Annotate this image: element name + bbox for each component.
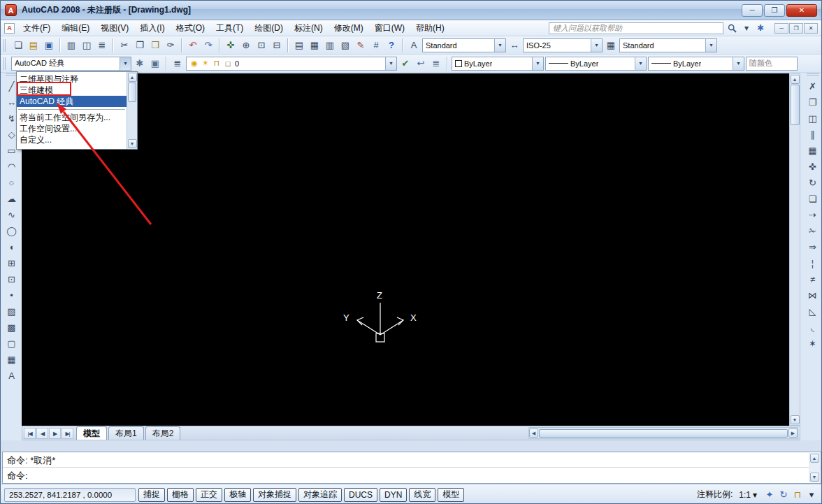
array-icon[interactable]: ▦ [805, 143, 820, 158]
make-object-layer-current-icon[interactable]: ✔ [398, 57, 412, 71]
tab-first-button[interactable]: |◀ [24, 428, 36, 439]
tab-last-button[interactable]: ▶| [62, 428, 73, 439]
zoom-realtime-icon[interactable]: ⊕ [239, 38, 253, 52]
layer-previous-icon[interactable]: ↩ [414, 57, 428, 71]
lineweight-combo-arrow[interactable]: ▼ [733, 57, 744, 70]
scroll-up-button[interactable]: ▲ [791, 75, 800, 84]
menu-insert[interactable]: 插入(I) [134, 20, 170, 36]
ducs-button[interactable]: DUCS [344, 488, 377, 502]
close-button[interactable]: ✕ [786, 4, 817, 17]
arc-icon[interactable]: ◠ [4, 159, 19, 174]
workspace-dropdown-scrollbar[interactable]: ▲ ▼ [127, 72, 137, 149]
text-style-combo[interactable]: Standard ▼ [422, 38, 506, 52]
vertical-scrollbar[interactable]: ▲ ▼ [789, 73, 800, 426]
osnap-button[interactable]: 对象捕捉 [253, 488, 296, 502]
insert-block-icon[interactable]: ⊞ [4, 256, 19, 271]
dyn-button[interactable]: DYN [380, 488, 407, 502]
tool-palettes-icon[interactable]: ▥ [323, 38, 337, 52]
grid-button[interactable]: 栅格 [167, 488, 194, 502]
mdi-restore-button[interactable]: ❐ [789, 23, 803, 34]
horizontal-scroll-thumb[interactable] [539, 429, 788, 438]
command-scroll-up-button[interactable]: ▲ [810, 454, 819, 463]
annotation-visibility-icon[interactable]: ✦ [763, 489, 776, 500]
region-icon[interactable]: ▢ [4, 336, 19, 351]
zoom-previous-icon[interactable]: ⊟ [270, 38, 284, 52]
color-combo[interactable]: ByLayer ▼ [452, 57, 544, 71]
stretch-icon[interactable]: ⇢ [805, 208, 820, 222]
dropdown-scroll-up-button[interactable]: ▲ [128, 73, 137, 82]
table-icon[interactable]: ▦ [4, 352, 19, 367]
linetype-combo[interactable]: ByLayer ▼ [545, 57, 647, 71]
paste-icon[interactable]: ❒ [148, 38, 162, 52]
annotation-autoscale-icon[interactable]: ↻ [777, 489, 790, 500]
dim-style-combo[interactable]: ISO-25 ▼ [523, 38, 603, 52]
pan-icon[interactable]: ✜ [224, 38, 238, 52]
mtext-icon[interactable]: A [4, 368, 19, 383]
offset-icon[interactable]: ∥ [805, 127, 820, 142]
toolbar-lock-icon[interactable]: ⊓ [791, 489, 804, 500]
redo-icon[interactable]: ↷ [201, 38, 215, 52]
revcloud-icon[interactable]: ☁ [4, 192, 19, 206]
workspace-combo-arrow[interactable]: ▼ [120, 57, 131, 70]
layer-combo-arrow[interactable]: ▼ [385, 57, 396, 70]
color-combo-arrow[interactable]: ▼ [532, 57, 543, 70]
join-icon[interactable]: ⋈ [805, 288, 820, 303]
my-workspace-icon[interactable]: ▣ [148, 57, 162, 71]
model-button[interactable]: 模型 [438, 488, 464, 502]
menu-window[interactable]: 窗口(W) [369, 20, 410, 36]
menu-draw[interactable]: 绘图(D) [249, 20, 289, 36]
chamfer-icon[interactable]: ◺ [805, 304, 820, 319]
designcenter-icon[interactable]: ▦ [308, 38, 322, 52]
cut-icon[interactable]: ✂ [117, 38, 131, 52]
tab-layout1[interactable]: 布局1 [108, 426, 144, 440]
table-style-combo-arrow[interactable]: ▼ [705, 39, 716, 52]
snap-button[interactable]: 捕捉 [138, 488, 165, 502]
menu-dimension[interactable]: 标注(N) [289, 20, 329, 36]
toolbar-grip[interactable] [3, 39, 7, 52]
sheet-set-manager-icon[interactable]: ▧ [338, 38, 352, 52]
erase-icon[interactable]: ✗ [805, 79, 820, 94]
move-icon[interactable]: ✜ [805, 159, 820, 174]
horizontal-scrollbar[interactable]: ◀ ▶ [528, 427, 798, 439]
ellipse-arc-icon[interactable]: ◖ [4, 240, 19, 254]
layer-properties-manager-icon[interactable]: ≣ [171, 57, 185, 71]
break-icon[interactable]: ≠ [805, 272, 820, 287]
workspace-settings-icon[interactable]: ✱ [133, 57, 147, 71]
break-at-point-icon[interactable]: ¦ [805, 256, 820, 271]
workspace-item-customize[interactable]: 自定义... [17, 134, 127, 145]
coordinates-display[interactable]: 253.2527, 841.2187 , 0.0000 [4, 488, 136, 502]
otrack-button[interactable]: 对象追踪 [298, 488, 342, 502]
make-block-icon[interactable]: ⊡ [4, 272, 19, 287]
markup-set-manager-icon[interactable]: ✎ [354, 38, 368, 52]
gradient-icon[interactable]: ▩ [4, 320, 19, 335]
command-input-line[interactable]: 命令: [3, 468, 821, 483]
extend-icon[interactable]: ⇒ [805, 240, 820, 254]
copy-object-icon[interactable]: ❐ [805, 95, 820, 110]
mdi-minimize-button[interactable]: ─ [774, 23, 788, 34]
new-icon[interactable]: ❏ [11, 38, 25, 52]
dim-style-combo-arrow[interactable]: ▼ [591, 39, 602, 52]
status-menu-chevron-icon[interactable]: ▾ [805, 489, 818, 500]
spline-icon[interactable]: ∿ [4, 208, 19, 222]
zoom-window-icon[interactable]: ⊡ [254, 38, 268, 52]
polar-button[interactable]: 极轴 [224, 488, 251, 502]
dropdown-scroll-down-button[interactable]: ▼ [128, 139, 137, 148]
workspace-item-2d-annotation[interactable]: 二维草图与注释 [17, 73, 127, 85]
workspace-item-save-as[interactable]: 将当前工作空间另存为... [17, 112, 127, 123]
scroll-left-button[interactable]: ◀ [529, 429, 538, 438]
dim-style-icon[interactable]: ↔ [507, 38, 521, 52]
menu-edit[interactable]: 编辑(E) [56, 20, 95, 36]
hatch-icon[interactable]: ▨ [4, 304, 19, 319]
tab-layout2[interactable]: 布局2 [145, 426, 181, 440]
undo-icon[interactable]: ↶ [186, 38, 200, 52]
match-properties-icon[interactable]: ✑ [164, 38, 178, 52]
lineweight-button[interactable]: 线宽 [409, 488, 435, 502]
dropdown-scroll-thumb[interactable] [128, 82, 136, 102]
circle-icon[interactable]: ○ [4, 175, 19, 190]
search-icon[interactable] [726, 22, 738, 34]
menu-format[interactable]: 格式(O) [171, 20, 210, 36]
quickcalc-icon[interactable]: # [369, 38, 383, 52]
properties-icon[interactable]: ▤ [292, 38, 306, 52]
plot-preview-icon[interactable]: ◫ [80, 38, 94, 52]
tab-prev-button[interactable]: ◀ [36, 428, 48, 439]
